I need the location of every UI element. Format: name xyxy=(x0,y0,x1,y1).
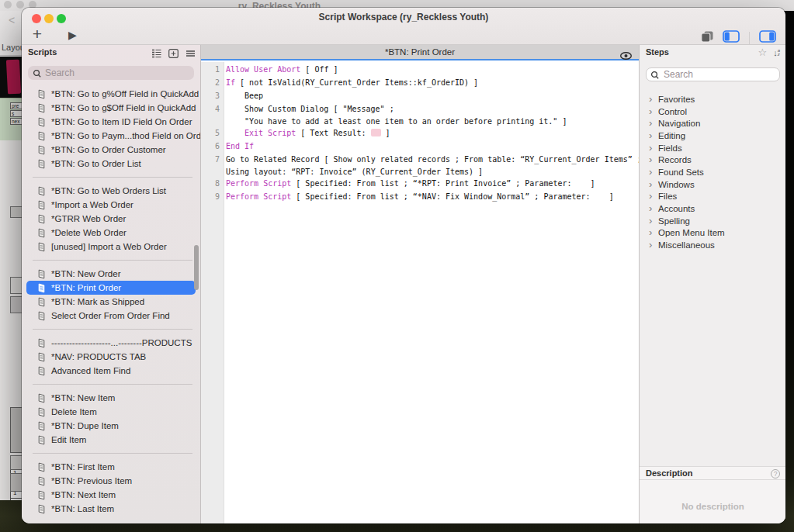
step-keyword: Allow User Abort xyxy=(226,65,300,74)
scripts-scrollbar[interactable] xyxy=(194,245,199,290)
steps-category[interactable]: ›Fields xyxy=(640,142,785,154)
script-list-item[interactable]: [unused] Import a Web Order xyxy=(26,240,196,254)
script-icon xyxy=(37,145,46,155)
layers-icon[interactable] xyxy=(701,31,713,46)
steps-category[interactable]: ›Spelling xyxy=(640,215,785,227)
sort-az-icon[interactable]: ↓az xyxy=(773,48,780,57)
script-icon xyxy=(37,186,46,196)
list-options-icon[interactable] xyxy=(185,47,196,61)
script-list-item[interactable]: *BTN: Go to Web Orders List xyxy=(26,184,196,198)
script-icon xyxy=(37,200,46,210)
steps-search xyxy=(646,67,780,81)
favorites-star-icon[interactable]: ☆ xyxy=(758,47,768,58)
no-description-text: No description xyxy=(640,502,785,511)
steps-category[interactable]: ›Control xyxy=(640,105,785,118)
script-list-item[interactable]: *Import a Web Order xyxy=(26,198,196,212)
script-step-line[interactable]: 3Beep xyxy=(201,89,639,102)
script-list-item[interactable]: *BTN: Go to Item ID Field On Order xyxy=(26,115,196,129)
steps-category-label: Control xyxy=(658,107,687,116)
steps-search-input[interactable] xyxy=(646,67,780,81)
script-list-item[interactable]: *NAV: PRODUCTS TAB xyxy=(26,350,196,364)
steps-category[interactable]: ›Navigation xyxy=(640,117,785,130)
script-step-line[interactable]: 8Perform Script [ Specified: From list ;… xyxy=(201,177,639,190)
script-list-item[interactable]: Advanced Item Find xyxy=(26,364,196,378)
script-list-item[interactable]: *GTRR Web Order xyxy=(26,212,196,226)
line-number: 4 xyxy=(201,105,220,113)
script-list-item[interactable]: *BTN: Go to g%Off Field in QuickAdd xyxy=(26,87,196,101)
chevron-right-icon: › xyxy=(649,144,658,152)
steps-categories: ›Favorites›Control›Navigation›Editing›Fi… xyxy=(640,93,785,251)
steps-category[interactable]: ›Editing xyxy=(640,130,785,142)
steps-category[interactable]: ›Files xyxy=(640,191,785,203)
steps-category[interactable]: ›Windows xyxy=(640,178,785,191)
step-keyword: Perform Script xyxy=(226,179,291,188)
scripts-search-input[interactable] xyxy=(28,66,194,80)
script-list-item[interactable]: *BTN: New Order xyxy=(26,267,196,281)
chevron-right-icon: › xyxy=(649,108,658,116)
line-number: 2 xyxy=(201,78,220,87)
script-item-label: *BTN: Go to Web Orders List xyxy=(51,186,166,195)
script-list-item[interactable]: *BTN: Last Item xyxy=(26,502,196,516)
script-icon xyxy=(37,242,46,252)
script-list-item[interactable]: *BTN: Dupe Item xyxy=(26,419,196,433)
steps-category[interactable]: ›Open Menu Item xyxy=(640,227,785,240)
step-text: Perform Script [ Specified: From list ; … xyxy=(220,179,595,188)
outline-view-icon[interactable] xyxy=(151,47,161,61)
step-text-segment: [ Off ] xyxy=(300,65,338,74)
steps-header: Steps ☆ ↓az xyxy=(640,45,785,60)
script-list-item[interactable]: *BTN: Print Order xyxy=(26,281,196,295)
script-step-line[interactable]: "You have to add at least one item to an… xyxy=(201,116,639,126)
step-text-segment: Show Custom Dialog [ "Message" ; xyxy=(244,105,394,113)
script-step-line[interactable]: 6End If xyxy=(201,140,639,153)
script-list-item[interactable]: *BTN: First Item xyxy=(26,460,196,474)
help-icon[interactable]: ? xyxy=(771,469,780,478)
script-step-line[interactable]: Using layout: “RPT: Invoice” (RY_Current… xyxy=(201,166,639,177)
layout-document-region: Qt 1111 Tha xyxy=(0,140,23,500)
script-step-line[interactable]: 7Go to Related Record [ Show only relate… xyxy=(201,153,639,166)
steps-category[interactable]: ›Records xyxy=(640,154,785,166)
eye-icon[interactable] xyxy=(620,49,632,63)
script-list-item[interactable]: *BTN: New Item xyxy=(26,391,196,405)
steps-category[interactable]: ›Favorites xyxy=(640,93,785,105)
steps-category[interactable]: ›Miscellaneous xyxy=(640,239,785,251)
script-icon xyxy=(37,131,46,141)
script-step-line[interactable]: 5Exit Script [ Text Result: ] xyxy=(201,126,639,140)
step-text: Go to Related Record [ Show only related… xyxy=(220,155,642,164)
script-list-item[interactable]: Edit Item xyxy=(26,433,196,447)
script-list-item[interactable]: *BTN: Go to Order Customer xyxy=(26,143,196,157)
script-list-item[interactable]: *BTN: Go to g$Off Field in QuickAdd xyxy=(26,101,196,115)
step-text-segment: Using layout: “RPT: Invoice” (RY_Current… xyxy=(226,168,483,176)
new-folder-icon[interactable] xyxy=(168,47,179,61)
steps-category[interactable]: ›Accounts xyxy=(640,202,785,215)
script-list-item[interactable]: *Delete Web Order xyxy=(26,226,196,240)
steps-category[interactable]: ›Found Sets xyxy=(640,166,785,178)
step-text: Beep xyxy=(220,92,263,100)
script-step-line[interactable]: 2If [ not IsValid(RY_Current_Order Items… xyxy=(201,76,639,89)
script-tab[interactable]: *BTN: Print Order xyxy=(201,47,639,57)
script-list-item[interactable]: --------------------...--------PRODUCTS xyxy=(26,336,196,350)
script-list-item[interactable]: *BTN: Mark as Shipped xyxy=(26,295,196,309)
separator-line xyxy=(33,177,192,178)
back-chevron-icon[interactable]: < xyxy=(9,14,15,26)
script-step-line[interactable]: 1Allow User Abort [ Off ] xyxy=(201,63,639,76)
script-list-item[interactable]: Select Order From Order Find xyxy=(26,309,196,323)
script-step-line[interactable]: 4Show Custom Dialog [ "Message" ; xyxy=(201,102,639,116)
script-item-label: *BTN: New Item xyxy=(51,393,115,402)
script-list-item[interactable]: *BTN: Go to Paym...thod Field on Order xyxy=(26,129,196,143)
script-list-item[interactable]: *BTN: Go to Order List xyxy=(26,157,196,171)
script-item-label: *BTN: Go to Order Customer xyxy=(51,145,166,154)
script-item-label: *BTN: Last Item xyxy=(51,504,114,513)
toggle-right-pane-icon[interactable] xyxy=(759,30,776,46)
new-script-button[interactable]: + xyxy=(29,26,45,42)
toggle-left-pane-icon[interactable] xyxy=(723,30,740,46)
scripts-group-separator xyxy=(22,378,200,391)
chevron-right-icon: › xyxy=(649,217,658,225)
script-item-label: *GTRR Web Order xyxy=(51,214,126,223)
run-script-button[interactable]: ▶ xyxy=(68,29,77,41)
script-list-item[interactable]: *BTN: Next Item xyxy=(26,488,196,502)
script-step-line[interactable]: 9Perform Script [ Specified: From list ;… xyxy=(201,190,639,203)
script-list-item[interactable]: *BTN: Previous Item xyxy=(26,474,196,488)
script-list-item[interactable]: Delete Item xyxy=(26,405,196,419)
script-item-label: *BTN: New Order xyxy=(51,269,120,278)
script-item-label: --------------------...--------PRODUCTS xyxy=(51,338,192,347)
